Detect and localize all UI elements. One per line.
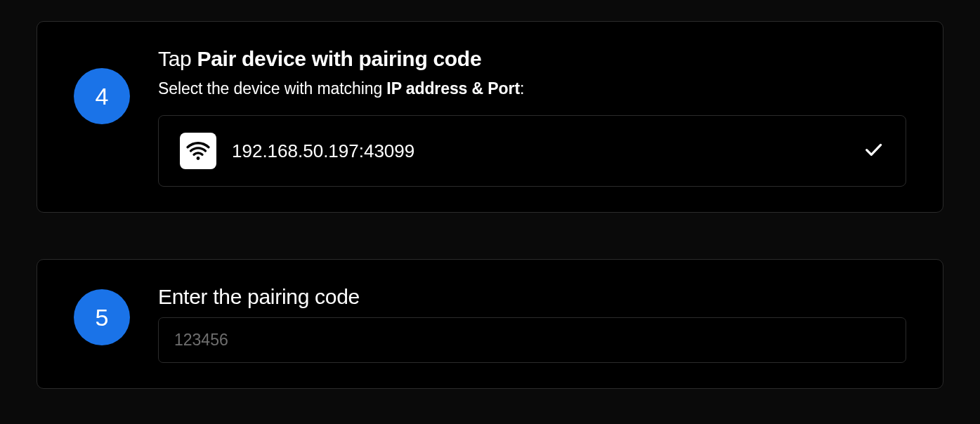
wifi-icon: [180, 133, 216, 169]
device-select-row[interactable]: 192.168.50.197:43099: [158, 115, 906, 187]
step-5-card: 5 Enter the pairing code: [37, 259, 943, 389]
step-4-heading-prefix: Tap: [158, 47, 197, 70]
step-4-sub-suffix: :: [520, 79, 524, 98]
step-number-badge: 4: [74, 68, 130, 124]
pairing-code-input[interactable]: [158, 317, 906, 363]
step-4-subheading: Select the device with matching IP addre…: [158, 79, 906, 98]
step-4-heading-bold: Pair device with pairing code: [197, 47, 482, 70]
step-number-badge: 5: [74, 289, 130, 345]
check-icon: [862, 138, 884, 164]
step-4-heading: Tap Pair device with pairing code: [158, 47, 906, 71]
step-4-sub-prefix: Select the device with matching: [158, 79, 386, 98]
step-4-content: Tap Pair device with pairing code Select…: [158, 47, 906, 187]
step-4-sub-bold: IP address & Port: [386, 79, 520, 98]
step-4-card: 4 Tap Pair device with pairing code Sele…: [37, 21, 943, 213]
svg-point-0: [197, 157, 200, 160]
step-5-content: Enter the pairing code: [158, 285, 906, 363]
step-5-heading: Enter the pairing code: [158, 285, 906, 309]
device-ip-text: 192.168.50.197:43099: [232, 140, 847, 162]
